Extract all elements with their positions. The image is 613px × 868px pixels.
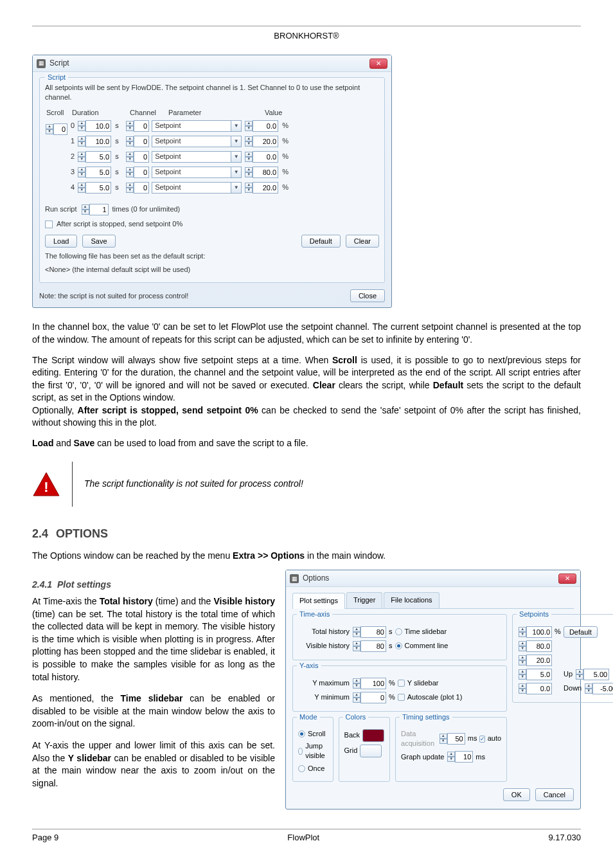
chevron-down-icon: ▼: [231, 121, 241, 131]
duration-spinner[interactable]: ▲▼: [77, 182, 111, 194]
visible-history-label: Visible history: [298, 641, 350, 651]
time-slidebar-radio[interactable]: [395, 628, 402, 635]
total-history-spinner[interactable]: ▲▼: [352, 626, 386, 638]
y-slidebar-label: Y slidebar: [407, 678, 439, 688]
close-button[interactable]: ✕: [369, 59, 387, 69]
tab-trigger[interactable]: Trigger: [346, 592, 382, 608]
close-button[interactable]: ✕: [558, 574, 576, 584]
run-times-spinner[interactable]: ▲▼: [81, 204, 109, 215]
y-slidebar-checkbox[interactable]: [398, 680, 405, 687]
auto-checkbox[interactable]: [479, 736, 484, 743]
graph-update-spinner[interactable]: ▲▼: [447, 751, 473, 763]
channel-spinner[interactable]: ▲▼: [125, 136, 149, 147]
cancel-button[interactable]: Cancel: [535, 788, 574, 801]
script-window-title: Script: [49, 58, 69, 69]
save-button[interactable]: Save: [82, 235, 115, 248]
color-back-swatch[interactable]: [362, 729, 384, 742]
channel-spinner[interactable]: ▲▼: [125, 167, 149, 178]
footer-center: FlowPlot: [287, 832, 319, 844]
duration-spinner[interactable]: ▲▼: [77, 120, 111, 132]
scroll-spinner[interactable]: ▲▼: [45, 123, 67, 135]
value-spinner[interactable]: ▲▼: [244, 182, 278, 194]
total-history-label: Total history: [298, 627, 350, 637]
unit: %: [389, 692, 395, 702]
visible-history-spinner[interactable]: ▲▼: [352, 640, 386, 652]
unit: s: [389, 641, 393, 651]
color-grid-swatch[interactable]: [360, 745, 382, 757]
mode-once-radio[interactable]: [298, 765, 305, 772]
setpoint-spinner[interactable]: ▲▼: [518, 655, 552, 666]
parameter-select[interactable]: Setpoint▼: [152, 167, 242, 178]
value-unit: %: [282, 167, 290, 177]
data-acq-spinner[interactable]: ▲▼: [439, 733, 465, 745]
paragraph: The Options window can be reached by the…: [32, 550, 581, 563]
value-spinner[interactable]: ▲▼: [244, 167, 278, 178]
mode-scroll-label: Scroll: [308, 729, 326, 739]
script-row: 1 ▲▼ s ▲▼ Setpoint▼ ▲▼ %: [71, 136, 379, 147]
footer-page: Page 9: [32, 832, 58, 844]
setpoint-spinner[interactable]: ▲▼: [518, 640, 552, 652]
graph-update-label: Graph update: [401, 752, 444, 762]
parameter-select[interactable]: Setpoint▼: [152, 182, 242, 194]
row-index: 1: [71, 136, 75, 146]
colors-group: Colors Back Grid: [339, 717, 390, 782]
duration-spinner[interactable]: ▲▼: [77, 167, 111, 178]
run-script-label: Run script: [45, 204, 77, 214]
comment-line-label: Comment line: [405, 641, 449, 651]
tab-file-locations[interactable]: File locations: [384, 592, 439, 608]
down-spinner[interactable]: ▲▼: [584, 683, 613, 694]
setpoint-spinner[interactable]: ▲▼: [518, 626, 552, 638]
mode-scroll-radio[interactable]: [298, 730, 305, 737]
channel-spinner[interactable]: ▲▼: [125, 182, 149, 194]
parameter-select[interactable]: Setpoint▼: [152, 136, 242, 147]
setpoints-default-button[interactable]: Default: [564, 626, 598, 638]
script-fieldset-legend: Script: [45, 73, 68, 82]
channel-spinner[interactable]: ▲▼: [125, 120, 149, 132]
ymax-label: Y maximum: [298, 678, 350, 688]
col-scroll: Scroll: [46, 108, 72, 118]
legend-setpoints: Setpoints: [517, 610, 551, 619]
row-index: 2: [71, 152, 75, 161]
setpoint-spinner[interactable]: ▲▼: [518, 669, 552, 680]
legend-colors: Colors: [343, 712, 369, 722]
parameter-select[interactable]: Setpoint▼: [152, 120, 242, 132]
load-button[interactable]: Load: [45, 235, 77, 248]
script-column-headers: Scroll Duration Channel Parameter Value: [45, 108, 379, 118]
after-stop-checkbox[interactable]: [45, 221, 53, 228]
parameter-select[interactable]: Setpoint▼: [152, 151, 242, 163]
scroll-value[interactable]: [53, 123, 67, 135]
comment-line-radio[interactable]: [395, 642, 402, 649]
value-spinner[interactable]: ▲▼: [244, 151, 278, 163]
chevron-down-icon: ▼: [231, 183, 241, 193]
setpoint-spinner[interactable]: ▲▼: [518, 683, 552, 694]
duration-unit: s: [115, 167, 123, 177]
value-spinner[interactable]: ▲▼: [244, 120, 278, 132]
options-tabs: Plot settings Trigger File locations: [292, 592, 574, 608]
ok-button[interactable]: OK: [503, 788, 530, 801]
mode-jump-radio[interactable]: [298, 748, 303, 755]
paragraph: In the channel box, the value '0' can be…: [32, 321, 581, 346]
ymin-spinner[interactable]: ▲▼: [352, 692, 386, 703]
clear-button[interactable]: Clear: [346, 235, 379, 248]
value-spinner[interactable]: ▲▼: [244, 136, 278, 147]
channel-spinner[interactable]: ▲▼: [125, 151, 149, 163]
duration-spinner[interactable]: ▲▼: [77, 151, 111, 163]
ymin-label: Y minimum: [298, 692, 350, 702]
duration-spinner[interactable]: ▲▼: [77, 136, 111, 147]
close-icon: ✕: [565, 574, 570, 583]
paragraph: Load and Save can be used to load from a…: [32, 437, 581, 450]
document-brand: BRONKHORST®: [32, 30, 581, 42]
default-button[interactable]: Default: [301, 235, 341, 248]
chevron-down-icon: ▼: [231, 167, 241, 177]
close-button[interactable]: Close: [350, 289, 385, 302]
autoscale-checkbox[interactable]: [398, 694, 405, 701]
value-unit: %: [282, 183, 290, 192]
data-acq-label: Data acquisition: [401, 729, 436, 749]
section-heading-options: 2.4OPTIONS: [32, 526, 581, 542]
y-axis-group: Y-axis Y maximum ▲▼ % Y slidebar Y minim…: [292, 665, 507, 712]
autoscale-label: Autoscale (plot 1): [407, 692, 463, 702]
tab-plot-settings[interactable]: Plot settings: [292, 593, 345, 608]
up-spinner[interactable]: ▲▼: [575, 669, 609, 680]
ymax-spinner[interactable]: ▲▼: [352, 678, 386, 689]
unit: ms: [468, 734, 477, 743]
